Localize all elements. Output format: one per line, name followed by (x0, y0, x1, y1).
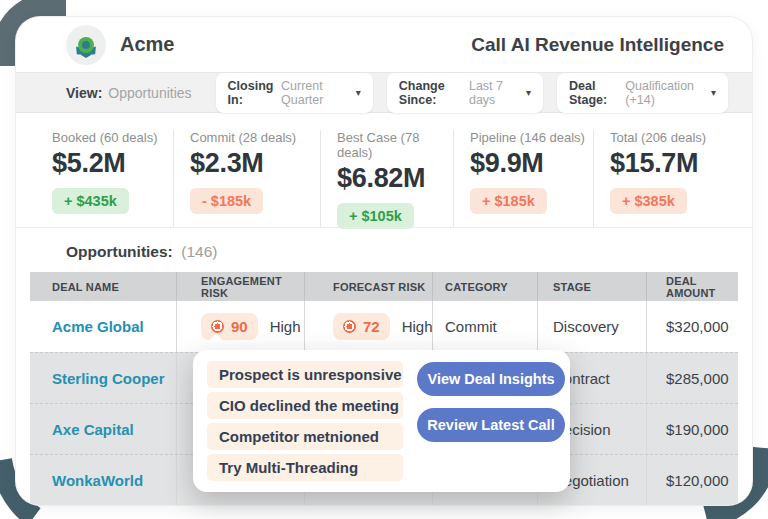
risk-details-popup: Prospect is unresponsive CIO declined th… (193, 350, 570, 492)
deal-name-link[interactable]: Sterling Cooper (52, 370, 165, 387)
stage-cell: Discovery (537, 301, 646, 352)
kpi-total: Total (206 deals) $15.7M + $385k (593, 130, 752, 227)
engagement-risk-score: 90 (231, 318, 248, 335)
forecast-risk-cell: 72 High (304, 301, 432, 352)
kpi-value: $5.2M (52, 148, 173, 179)
page-title: Call AI Revenue Intelligence (471, 34, 724, 56)
view-deal-insights-button[interactable]: View Deal Insights (417, 362, 565, 396)
company-name: Acme (120, 33, 174, 56)
popup-actions: View Deal Insights Review Latest Call (417, 361, 565, 481)
deal-amount-cell: $320,000 (646, 301, 738, 352)
filter-bar: View: Opportunities Closing In: Current … (16, 72, 752, 113)
risk-reason-item: CIO declined the meeting (207, 392, 403, 419)
deal-stage-label: Deal Stage: (569, 79, 620, 107)
view-label: View: (66, 85, 102, 101)
deal-name-cell: Axe Capital (30, 404, 176, 454)
table-row[interactable]: Acme Global 90 High 72 High Commit Disco… (30, 301, 738, 352)
engagement-risk-cell: 90 High (176, 301, 304, 352)
category-cell: Commit (432, 301, 537, 352)
table-header-row: DEAL NAME ENGAGEMENT RISK FORECAST RISK … (30, 272, 738, 301)
kpi-best-case: Best Case (78 deals) $6.82M + $105k (320, 130, 453, 227)
kpi-label: Best Case (78 deals) (337, 130, 453, 160)
column-header-deal-name: DEAL NAME (30, 272, 176, 301)
kpi-value: $15.7M (610, 148, 752, 179)
change-since-value: Last 7 days (469, 79, 517, 107)
kpi-value: $9.9M (470, 148, 593, 179)
deal-name-link[interactable]: WonkaWorld (52, 472, 143, 489)
kpi-delta-badge: - $185k (190, 188, 263, 214)
kpi-label: Total (206 deals) (610, 130, 752, 145)
chevron-down-icon: ▾ (526, 87, 531, 98)
change-since-label: Change Since: (399, 79, 464, 107)
kpi-value: $6.82M (337, 163, 453, 194)
chevron-down-icon: ▾ (711, 87, 716, 98)
kpi-label: Pipeline (146 deals) (470, 130, 593, 145)
risk-reason-list: Prospect is unresponsive CIO declined th… (207, 361, 403, 481)
closing-in-label: Closing In: (228, 79, 276, 107)
opportunities-count: (146) (181, 243, 217, 260)
closing-in-value: Current Quarter (281, 79, 347, 107)
kpi-booked: Booked (60 deals) $5.2M + $435k (16, 130, 173, 227)
deal-stage-value: Qualification (+14) (625, 79, 702, 107)
risk-reason-item: Prospect is unresponsive (207, 361, 403, 388)
risk-dot-icon (343, 320, 356, 333)
deal-amount-cell: $285,000 (646, 353, 738, 403)
column-header-stage: STAGE (537, 272, 646, 301)
deal-name-cell: Acme Global (30, 301, 176, 352)
deal-amount-cell: $190,000 (646, 404, 738, 454)
deal-name-cell: Sterling Cooper (30, 353, 176, 403)
forecast-risk-score: 72 (363, 318, 380, 335)
kpi-pipeline: Pipeline (146 deals) $9.9M + $185k (453, 130, 593, 227)
forecast-risk-badge[interactable]: 72 (333, 313, 390, 340)
risk-reason-item: Try Multi-Threading (207, 454, 403, 481)
deal-name-cell: WonkaWorld (30, 455, 176, 505)
engagement-risk-level: High (270, 318, 301, 335)
deal-name-link[interactable]: Acme Global (52, 318, 144, 335)
column-header-category: CATEGORY (432, 272, 537, 301)
column-header-deal-amount: DEAL AMOUNT (646, 272, 738, 301)
deal-name-link[interactable]: Axe Capital (52, 421, 134, 438)
change-since-dropdown[interactable]: Change Since: Last 7 days ▾ (387, 73, 543, 113)
risk-dot-icon (211, 320, 224, 333)
company-logo (66, 25, 106, 65)
kpi-row: Booked (60 deals) $5.2M + $435k Commit (… (16, 113, 752, 227)
closing-in-dropdown[interactable]: Closing In: Current Quarter ▾ (216, 73, 373, 113)
column-header-forecast-risk: FORECAST RISK (304, 272, 432, 301)
kpi-delta-badge: + $385k (610, 188, 687, 214)
deal-amount-cell: $120,000 (646, 455, 738, 505)
risk-reason-item: Competitor metnioned (207, 423, 403, 450)
kpi-label: Commit (28 deals) (190, 130, 320, 145)
deal-stage-dropdown[interactable]: Deal Stage: Qualification (+14) ▾ (557, 73, 728, 113)
chevron-down-icon: ▾ (356, 87, 361, 98)
opportunities-label: Opportunities: (66, 243, 173, 260)
kpi-delta-badge: + $105k (337, 203, 414, 229)
engagement-risk-badge[interactable]: 90 (201, 313, 258, 340)
review-latest-call-button[interactable]: Review Latest Call (417, 408, 565, 442)
kpi-delta-badge: + $435k (52, 188, 129, 214)
view-value[interactable]: Opportunities (108, 85, 191, 101)
app-header: Acme Call AI Revenue Intelligence (16, 17, 752, 72)
column-header-engagement-risk: ENGAGEMENT RISK (176, 272, 304, 301)
kpi-value: $2.3M (190, 148, 320, 179)
forecast-risk-level: High (402, 318, 433, 335)
kpi-label: Booked (60 deals) (52, 130, 173, 145)
opportunities-heading: Opportunities: (146) (16, 227, 752, 272)
acme-logo-icon (73, 32, 99, 58)
kpi-delta-badge: + $185k (470, 188, 547, 214)
kpi-commit: Commit (28 deals) $2.3M - $185k (173, 130, 320, 227)
